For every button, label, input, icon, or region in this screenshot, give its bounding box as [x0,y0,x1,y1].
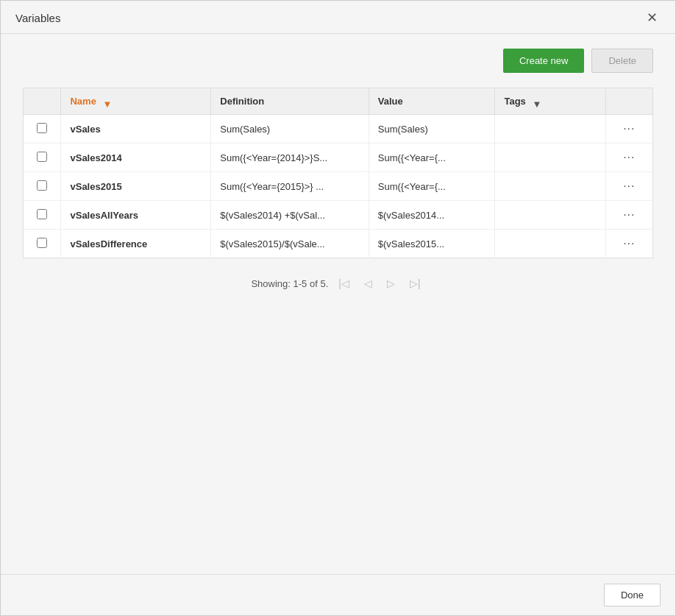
pagination-last-button[interactable]: ▷| [405,276,425,291]
table-row: vSalesDifference$(vSales2015)/$(vSale...… [24,230,653,258]
row-definition: $(vSales2015)/$(vSale... [211,230,369,258]
row-checkbox-cell [24,230,61,258]
row-actions-cell: ··· [605,144,652,172]
modal-body: Create new Delete Name ▼ Definition Valu… [1,34,675,574]
row-checkbox-cell [24,144,61,172]
row-more-button[interactable]: ··· [623,237,635,250]
row-tags [495,144,605,172]
row-tags [495,115,605,144]
row-checkbox-cell [24,172,61,201]
table-row: vSales2015Sum({<Year={2015}>} ...Sum({<Y… [24,172,653,201]
row-tags [495,230,605,258]
table-row: vSalesSum(Sales)Sum(Sales)··· [24,115,653,144]
row-value: $(vSales2014... [369,201,495,230]
modal-title: Variables [15,12,60,24]
table-row: vSalesAllYears$(vSales2014) +$(vSal...$(… [24,201,653,230]
row-name: vSalesDifference [61,230,211,258]
row-actions-cell: ··· [605,230,652,258]
row-tags [495,201,605,230]
row-name: vSales [61,115,211,144]
close-button[interactable]: ✕ [644,10,661,26]
row-definition: Sum({<Year={2015}>} ... [211,172,369,201]
row-checkbox[interactable] [37,209,47,219]
row-more-button[interactable]: ··· [623,122,635,135]
row-checkbox-cell [24,201,61,230]
table-header-row: Name ▼ Definition Value Tags ▼ [24,88,653,115]
tags-filter-icon[interactable]: ▼ [532,99,539,106]
col-header-actions [605,88,652,115]
col-header-checkbox [24,88,61,115]
pagination-showing: Showing: 1-5 of 5. [251,278,328,289]
variables-modal: Variables ✕ Create new Delete Name ▼ Def… [0,0,676,616]
row-more-button[interactable]: ··· [623,180,635,193]
row-value: Sum({<Year={... [369,172,495,201]
row-checkbox[interactable] [37,180,47,191]
row-definition: Sum({<Year={2014}>}S... [211,144,369,172]
row-name: vSalesAllYears [61,201,211,230]
row-definition: Sum(Sales) [211,115,369,144]
modal-footer: Done [1,574,675,615]
pagination-prev-button[interactable]: ◁ [360,276,377,291]
row-checkbox[interactable] [37,123,47,133]
done-button[interactable]: Done [604,584,661,606]
pagination-next-button[interactable]: ▷ [383,276,399,291]
pagination: Showing: 1-5 of 5. |◁ ◁ ▷ ▷| [23,276,653,291]
col-header-name: Name ▼ [61,88,211,115]
create-new-button[interactable]: Create new [503,49,584,73]
row-value: Sum(Sales) [369,115,495,144]
row-actions-cell: ··· [605,201,652,230]
name-filter-icon[interactable]: ▼ [103,99,110,106]
row-value: $(vSales2015... [369,230,495,258]
pagination-first-button[interactable]: |◁ [334,276,354,291]
col-header-definition: Definition [211,88,369,115]
row-more-button[interactable]: ··· [623,151,635,164]
row-checkbox[interactable] [37,238,47,248]
row-checkbox-cell [24,115,61,144]
table-body: vSalesSum(Sales)Sum(Sales)···vSales2014S… [24,115,653,258]
col-header-tags: Tags ▼ [495,88,605,115]
row-more-button[interactable]: ··· [623,208,635,222]
table-row: vSales2014Sum({<Year={2014}>}S...Sum({<Y… [24,144,653,172]
row-actions-cell: ··· [605,172,652,201]
col-header-value: Value [369,88,495,115]
row-name: vSales2015 [61,172,211,201]
row-checkbox[interactable] [37,152,47,162]
row-value: Sum({<Year={... [369,144,495,172]
row-actions-cell: ··· [605,115,652,144]
toolbar: Create new Delete [23,49,653,73]
modal-header: Variables ✕ [1,1,675,34]
row-name: vSales2014 [61,144,211,172]
row-tags [495,172,605,201]
row-definition: $(vSales2014) +$(vSal... [211,201,369,230]
variables-table: Name ▼ Definition Value Tags ▼ [23,88,653,258]
delete-button: Delete [591,49,653,73]
